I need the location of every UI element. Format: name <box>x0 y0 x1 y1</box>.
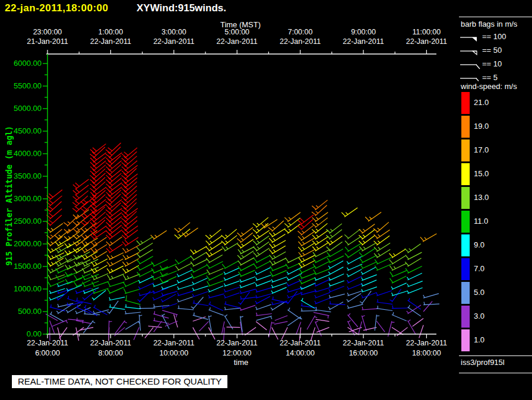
wind-barb <box>178 291 193 296</box>
colorbar-title: wind-speed: m/s <box>461 82 517 91</box>
wind-barb <box>240 289 255 293</box>
wind-barb <box>160 264 176 271</box>
wind-barb <box>115 320 127 334</box>
wind-barb <box>162 284 177 290</box>
flag-50-icon <box>460 45 481 58</box>
y-axis-tick-label: 500.00 <box>4 307 42 316</box>
wind-barb <box>224 268 239 275</box>
wind-barb <box>240 282 255 288</box>
y-axis-tick-label: 2000.00 <box>4 239 42 248</box>
wind-barb <box>208 294 224 298</box>
wind-barb <box>347 264 362 271</box>
station-divider-bottom <box>459 373 532 373</box>
wind-barb <box>391 283 407 290</box>
bottom-axis-tick-time: 6:00:00 <box>12 349 83 357</box>
barb-legend-entry-label: == 50 <box>482 46 502 55</box>
wind-barb <box>92 281 109 287</box>
wind-barb <box>91 237 107 246</box>
wind-barb <box>375 258 391 264</box>
wind-barb <box>57 281 72 287</box>
colorbar-value-label: 19.0 <box>474 122 489 131</box>
wind-barb <box>423 301 432 312</box>
wind-barb <box>287 288 303 293</box>
wind-barb <box>405 244 421 253</box>
wind-barb <box>107 274 124 280</box>
colorbar-value-label: 17.0 <box>474 145 489 154</box>
wind-barb <box>330 301 346 304</box>
wind-barb <box>206 249 222 257</box>
wind-barb <box>423 294 439 299</box>
wind-barb <box>329 294 344 298</box>
wind-barb <box>376 291 392 296</box>
wind-barb <box>138 277 154 284</box>
tick-10-icon <box>460 58 481 71</box>
wind-barb <box>240 305 255 310</box>
wind-barb <box>148 326 162 327</box>
wind-barb <box>347 284 363 290</box>
wind-barb <box>329 286 344 292</box>
wind-barb <box>123 280 140 287</box>
wind-barb <box>256 316 272 320</box>
wind-barb <box>286 262 302 269</box>
colorbar-swatch <box>461 282 470 304</box>
wind-barb <box>271 287 287 294</box>
wind-barb <box>222 261 239 269</box>
wind-barb <box>106 147 121 158</box>
wind-barb <box>238 247 255 255</box>
wind-barb <box>362 316 366 331</box>
wind-barb <box>192 278 208 285</box>
y-axis-tick-label: 1500.00 <box>4 262 42 271</box>
wind-barb <box>208 301 223 310</box>
wind-barb <box>362 280 377 287</box>
wind-barb <box>315 307 331 312</box>
wind-barb <box>208 307 223 316</box>
wind-barb <box>255 268 270 275</box>
bottom-axis-tick-time: 16:00:00 <box>328 349 399 357</box>
wind-barb <box>362 287 377 292</box>
wind-barb <box>224 274 239 280</box>
wind-barb <box>314 269 330 275</box>
wind-barb <box>406 252 422 260</box>
wind-barb <box>151 259 168 266</box>
wind-barb <box>419 325 423 338</box>
wind-barb <box>274 322 288 325</box>
wind-barb <box>90 195 106 205</box>
wind-barb <box>192 286 208 291</box>
wind-barb <box>91 259 107 266</box>
top-axis-tick-date: 21-Jan-2011 <box>12 37 83 46</box>
wind-barb <box>50 320 55 334</box>
header-datetime: 22-jan-2011,18:00:00 <box>5 2 108 14</box>
wind-barb <box>256 313 272 316</box>
wind-barb <box>193 300 209 306</box>
bottom-axis-tick-time: 18:00:00 <box>391 349 462 357</box>
wind-barb <box>65 278 82 284</box>
wind-barb <box>90 182 106 192</box>
wind-barb <box>256 304 271 310</box>
wind-barb <box>151 231 167 240</box>
colorbar-value-label: 11.0 <box>474 217 488 226</box>
y-axis-tick-label: 4000.00 <box>4 149 42 158</box>
top-axis-tick-time: 3:00:00 <box>138 28 210 36</box>
wind-barb <box>109 304 125 310</box>
wind-barb <box>375 264 391 271</box>
y-axis-tick-label: 2500.00 <box>4 217 42 226</box>
colorbar-value-label: 7.0 <box>474 264 484 273</box>
colorbar-value-label: 5.0 <box>474 288 484 297</box>
wind-barb <box>66 285 82 291</box>
wind-barb <box>222 243 238 251</box>
top-axis-tick-date: 22-Jan-2011 <box>201 37 273 46</box>
bottom-axis-tick-date: 22-Jan-2011 <box>75 339 146 347</box>
wind-barb <box>239 270 255 277</box>
top-axis-tick-time: 5:00:00 <box>201 28 273 36</box>
wind-barb <box>301 303 317 307</box>
wind-barb <box>365 212 381 222</box>
wind-barb <box>360 262 376 269</box>
wind-barb <box>107 253 124 260</box>
barb-legend-entry-label: == 100 <box>482 32 506 41</box>
wind-barb <box>153 318 169 323</box>
wind-barb <box>55 230 70 240</box>
wind-barb <box>347 294 362 303</box>
wind-barb <box>125 304 141 309</box>
bottom-axis-tick-time: 10:00:00 <box>138 349 210 357</box>
wind-barb <box>109 297 125 300</box>
